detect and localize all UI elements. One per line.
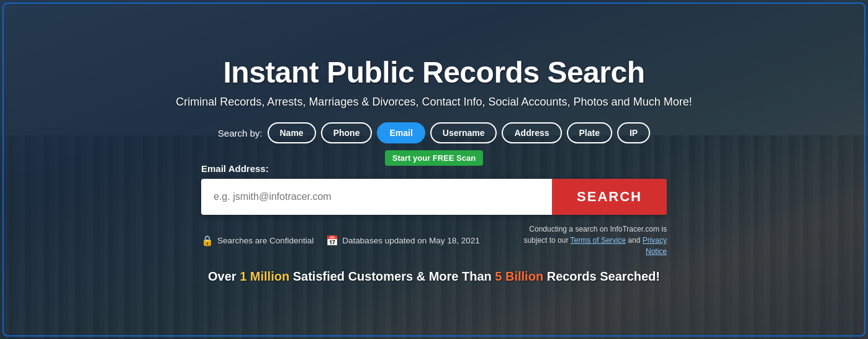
and-text: and [628,236,640,245]
tab-phone[interactable]: Phone [321,122,373,143]
search-tabs: Search by: Name Phone Email Username Add… [218,122,650,143]
tagline-part1: Over [208,269,240,283]
tagline-highlight2: 5 Billion [495,269,543,283]
tab-plate[interactable]: Plate [567,122,612,143]
database-item: 📅 Databases updated on May 18, 2021 [326,235,479,246]
main-content: Instant Public Records Search Criminal R… [0,55,868,284]
tab-username[interactable]: Username [430,122,497,143]
email-input[interactable] [201,179,552,215]
database-text: Databases updated on May 18, 2021 [342,236,479,245]
meta-left: 🔒 Searches are Confidential 📅 Databases … [201,235,480,246]
tagline-highlight1: 1 Million [240,269,289,283]
confidential-text: Searches are Confidential [217,236,314,245]
page-subtitle: Criminal Records, Arrests, Marriages & D… [176,96,692,109]
search-section: Start your FREE Scan Email Address: SEAR… [201,152,667,224]
tab-email[interactable]: Email [377,122,425,143]
tab-address[interactable]: Address [502,122,561,143]
search-button[interactable]: SEARCH [552,179,667,215]
tab-ip[interactable]: IP [617,122,650,143]
tagline-part2: Satisfied Customers & More Than [289,269,495,283]
hero-section: Instant Public Records Search Criminal R… [0,0,868,339]
tos-link[interactable]: Terms of Service [571,236,626,245]
tagline-part3: Records Searched! [543,269,660,283]
page-title: Instant Public Records Search [223,55,644,89]
search-by-label: Search by: [218,128,263,138]
tab-name[interactable]: Name [268,122,316,143]
bottom-tagline: Over 1 Million Satisfied Customers & Mor… [208,269,660,284]
confidential-item: 🔒 Searches are Confidential [201,235,314,246]
privacy-link[interactable]: Privacy Notice [643,236,667,256]
calendar-icon: 📅 [326,235,338,246]
free-scan-badge: Start your FREE Scan [385,150,483,166]
search-bar: SEARCH [201,179,667,215]
legal-text: Conducting a search on InfoTracer.com is… [505,224,667,257]
meta-row: 🔒 Searches are Confidential 📅 Databases … [201,224,667,257]
lock-icon: 🔒 [201,235,214,246]
